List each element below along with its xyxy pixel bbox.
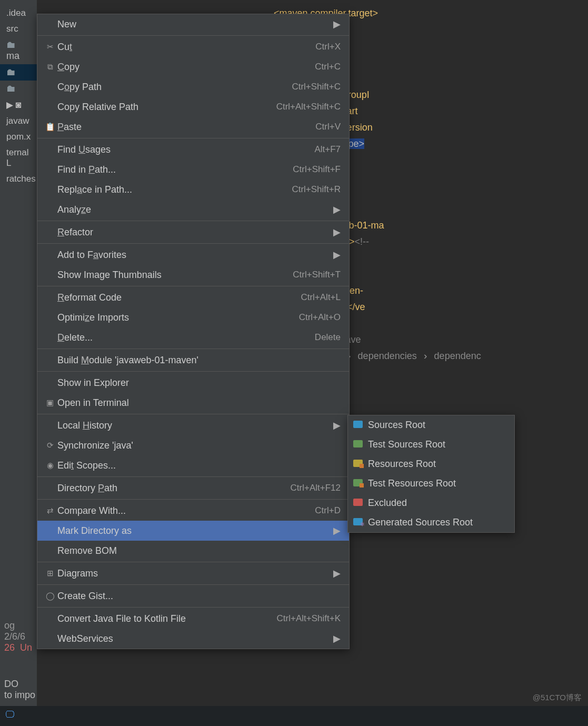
sidebar-item[interactable]: ratches	[0, 171, 37, 187]
sidebar-item[interactable]: 🖿 ma	[0, 37, 37, 64]
submenu-item-test-resources-root[interactable]: Test Resources Root	[348, 474, 514, 493]
menu-label: Copy Path	[57, 82, 292, 93]
submenu-arrow-icon: ▶	[333, 568, 341, 579]
menu-item-directory-path[interactable]: Directory PathCtrl+Alt+F12	[37, 478, 349, 498]
submenu-label: Generated Sources Root	[368, 517, 473, 528]
menu-item-optimize-imports[interactable]: Optimize ImportsCtrl+Alt+O	[37, 307, 349, 327]
menu-item-show-in-explorer[interactable]: Show in Explorer	[37, 373, 349, 393]
menu-item-build-module-javaweb-maven[interactable]: Build Module 'javaweb-01-maven'	[37, 350, 349, 370]
menu-item-paste[interactable]: 📋PasteCtrl+V	[37, 117, 349, 137]
shortcut: Ctrl+Shift+T	[293, 270, 341, 280]
menu-item-webservices[interactable]: WebServices▶	[37, 629, 349, 649]
menu-label: Reformat Code	[57, 292, 301, 303]
menu-item-compare-with[interactable]: ⇄Compare With...Ctrl+D	[37, 501, 349, 521]
monitor-icon[interactable]: 🖵	[5, 709, 15, 720]
shortcut: Ctrl+Alt+O	[299, 312, 341, 323]
sidebar-item[interactable]: src	[0, 21, 37, 37]
menu-item-create-gist[interactable]: ◯Create Gist...	[37, 586, 349, 606]
sidebar-item[interactable]: javaw	[0, 113, 37, 129]
menu-label: Mark Directory as	[57, 525, 328, 536]
submenu-label: Test Resources Root	[368, 478, 456, 489]
menu-label: Cut	[57, 42, 315, 53]
menu-icon: ⊞	[43, 569, 57, 578]
menu-item-copy-path[interactable]: Copy PathCtrl+Shift+C	[37, 77, 349, 97]
sidebar-item-selected[interactable]: 🖿	[0, 64, 37, 81]
menu-label: Analyze	[57, 204, 328, 215]
folder-icon	[353, 498, 368, 509]
shortcut: Delete	[315, 332, 341, 343]
menu-item-cut[interactable]: ✂CutCtrl+X	[37, 37, 349, 57]
folder-icon: 🖿	[6, 83, 16, 94]
menu-item-add-to-favorites[interactable]: Add to Favorites▶	[37, 245, 349, 265]
menu-label: Optimize Imports	[57, 312, 299, 323]
submenu-arrow-icon: ▶	[333, 204, 341, 215]
menu-item-refactor[interactable]: Refactor▶	[37, 222, 349, 242]
menu-item-analyze[interactable]: Analyze▶	[37, 200, 349, 220]
shortcut: Ctrl+Alt+F12	[291, 483, 341, 493]
sidebar-item[interactable]: 🖿	[0, 81, 37, 97]
menu-item-convert-java-file-to-kotlin-file[interactable]: Convert Java File to Kotlin FileCtrl+Alt…	[37, 609, 349, 629]
folder-icon: 🖿	[6, 39, 16, 50]
sidebar-item[interactable]: ternal L	[0, 145, 37, 171]
shortcut: Ctrl+Shift+R	[292, 184, 341, 195]
menu-item-diagrams[interactable]: ⊞Diagrams▶	[37, 563, 349, 583]
submenu-label: Sources Root	[368, 420, 425, 431]
sidebar-item[interactable]: .idea	[0, 5, 37, 21]
shortcut: Ctrl+X	[315, 42, 341, 52]
menu-icon: ✂	[43, 42, 57, 52]
breadcrumb[interactable]: › dependencies › dependenc	[347, 350, 485, 362]
submenu-item-sources-root[interactable]: Sources Root	[348, 415, 514, 435]
menu-label: Diagrams	[57, 568, 328, 579]
shortcut: Ctrl+D	[315, 505, 341, 516]
submenu-item-resources-root[interactable]: Resources Root	[348, 454, 514, 474]
menu-item-synchronize-java[interactable]: ⟳Synchronize 'java'	[37, 435, 349, 455]
menu-label: Local History	[57, 420, 328, 431]
folder-icon	[353, 459, 368, 470]
menu-item-delete[interactable]: Delete...Delete	[37, 327, 349, 347]
menu-item-find-usages[interactable]: Find UsagesAlt+F7	[37, 140, 349, 160]
menu-item-show-image-thumbnails[interactable]: Show Image ThumbnailsCtrl+Shift+T	[37, 265, 349, 285]
menu-icon: ⇄	[43, 506, 57, 515]
menu-label: Copy Relative Path	[57, 102, 276, 113]
shortcut: Ctrl+Alt+Shift+C	[276, 102, 341, 112]
menu-item-copy[interactable]: ⧉CopyCtrl+C	[37, 57, 349, 77]
menu-item-find-in-path[interactable]: Find in Path...Ctrl+Shift+F	[37, 160, 349, 180]
menu-item-copy-relative-path[interactable]: Copy Relative PathCtrl+Alt+Shift+C	[37, 97, 349, 117]
menu-label: New	[57, 19, 328, 30]
sidebar-toolbar: ▶ ◙	[0, 97, 37, 113]
folder-icon	[353, 479, 368, 489]
submenu-arrow-icon: ▶	[333, 420, 341, 431]
folder-icon	[353, 518, 368, 528]
submenu-item-generated-sources-root[interactable]: Generated Sources Root	[348, 513, 514, 532]
shortcut: Ctrl+Alt+L	[301, 292, 341, 303]
menu-item-new[interactable]: New▶	[37, 14, 349, 34]
taskbar[interactable]: 🖵	[0, 706, 588, 726]
menu-label: Directory Path	[57, 483, 291, 494]
submenu-item-excluded[interactable]: Excluded	[348, 493, 514, 513]
menu-item-open-in-terminal[interactable]: ▣Open in Terminal	[37, 393, 349, 413]
submenu-arrow-icon: ▶	[333, 18, 341, 30]
menu-item-edit-scopes[interactable]: ◉Edit Scopes...	[37, 455, 349, 475]
menu-item-replace-in-path[interactable]: Replace in Path...Ctrl+Shift+R	[37, 180, 349, 200]
context-menu: New▶✂CutCtrl+X⧉CopyCtrl+CCopy PathCtrl+S…	[37, 14, 350, 649]
menu-label: Edit Scopes...	[57, 460, 341, 471]
shortcut: Ctrl+Alt+Shift+K	[277, 613, 341, 624]
menu-label: Replace in Path...	[57, 184, 292, 195]
folder-icon	[353, 440, 368, 450]
shortcut: Ctrl+Shift+F	[293, 164, 341, 175]
menu-label: Find in Path...	[57, 164, 293, 175]
log-panel: og 2/6/6 26 Un	[0, 616, 36, 658]
menu-item-mark-directory-as[interactable]: Mark Directory as▶	[37, 521, 349, 541]
submenu-arrow-icon: ▶	[333, 525, 341, 536]
menu-label: Show Image Thumbnails	[57, 270, 293, 281]
menu-label: Build Module 'javaweb-01-maven'	[57, 355, 341, 366]
sidebar-item[interactable]: pom.x	[0, 129, 37, 145]
menu-item-local-history[interactable]: Local History▶	[37, 415, 349, 435]
submenu-arrow-icon: ▶	[333, 226, 341, 238]
menu-label: Remove BOM	[57, 545, 341, 556]
submenu-item-test-sources-root[interactable]: Test Sources Root	[348, 435, 514, 454]
camera-icon[interactable]: ◙	[16, 100, 22, 110]
menu-item-reformat-code[interactable]: Reformat CodeCtrl+Alt+L	[37, 287, 349, 307]
menu-label: Open in Terminal	[57, 397, 341, 409]
menu-item-remove-bom[interactable]: Remove BOM	[37, 541, 349, 561]
